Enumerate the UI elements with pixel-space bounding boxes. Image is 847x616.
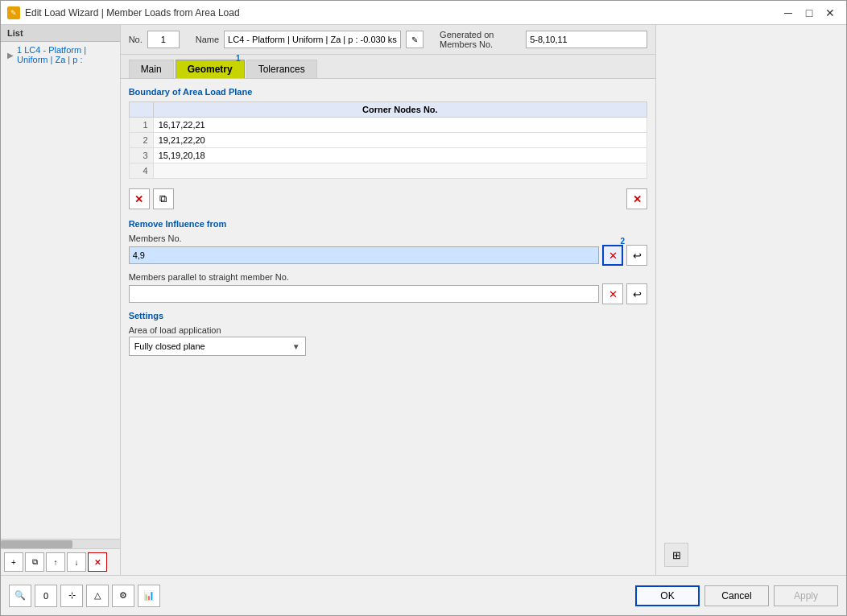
tab-number: 1 bbox=[236, 54, 241, 63]
settings-bottom-btn[interactable]: ⚙ bbox=[112, 585, 134, 607]
left-panel-toolbar: + ⧉ ↑ ↓ ✕ bbox=[1, 548, 120, 575]
tab-main[interactable]: Main bbox=[129, 60, 174, 78]
row2-input[interactable] bbox=[159, 135, 642, 145]
dropdown-row: Fully closed plane ▼ bbox=[129, 337, 647, 356]
table-row: 1 bbox=[129, 118, 647, 133]
tab-main-label: Main bbox=[141, 64, 162, 75]
app-icon: ✎ bbox=[7, 6, 20, 19]
ok-button[interactable]: OK bbox=[635, 585, 700, 606]
row2-no: 2 bbox=[129, 133, 153, 148]
delete-button[interactable]: ✕ bbox=[88, 552, 107, 572]
form-header: No. Name ✎ Generated on Members No. bbox=[121, 25, 655, 55]
row4-value[interactable] bbox=[153, 163, 647, 179]
select-icon: ✕ bbox=[609, 250, 618, 262]
list-item-icon: ▶ bbox=[7, 51, 14, 60]
title-bar-left: ✎ Edit Load Wizard | Member Loads from A… bbox=[7, 6, 240, 19]
row-actions-left: ✕ ⧉ bbox=[129, 188, 174, 209]
node-btn[interactable]: △ bbox=[86, 585, 109, 607]
cancel-button[interactable]: Cancel bbox=[704, 585, 769, 606]
dropdown-arrow-icon: ▼ bbox=[292, 342, 300, 351]
window-title: Edit Load Wizard | Member Loads from Are… bbox=[25, 7, 240, 19]
panel-content: Boundary of Area Load Plane Corner Nodes… bbox=[121, 79, 655, 575]
search-bottom-btn[interactable]: 🔍 bbox=[9, 585, 31, 607]
parallel-input[interactable] bbox=[129, 285, 599, 303]
table-row: 2 bbox=[129, 133, 647, 148]
row1-value[interactable] bbox=[153, 118, 647, 133]
panel-icon: ⊞ bbox=[672, 549, 681, 561]
remove-title: Remove Influence from bbox=[129, 219, 647, 229]
list-header: List bbox=[1, 25, 120, 42]
name-field-group: Name ✎ bbox=[196, 31, 424, 48]
cursor-btn[interactable]: ⊹ bbox=[60, 585, 83, 607]
move-up-button[interactable]: ↑ bbox=[46, 552, 65, 572]
table-row: 3 bbox=[129, 148, 647, 163]
row4-input[interactable] bbox=[159, 166, 642, 176]
right-panel: ⊞ bbox=[656, 25, 846, 575]
duplicate-button[interactable]: ⧉ bbox=[25, 552, 44, 572]
row1-input[interactable] bbox=[159, 120, 642, 130]
right-panel-icon-button[interactable]: ⊞ bbox=[664, 543, 688, 567]
tab-geometry[interactable]: Geometry 1 bbox=[176, 60, 245, 78]
bottom-bar: 🔍 0 ⊹ △ ⚙ 📊 OK Cancel Apply bbox=[1, 575, 846, 615]
no-label: No. bbox=[129, 35, 143, 44]
members-no-label: Members No. bbox=[129, 234, 647, 243]
settings-title: Settings bbox=[129, 311, 647, 320]
main-content: List ▶ 1 LC4 - Platform | Uniform | Za |… bbox=[1, 25, 846, 575]
name-input[interactable] bbox=[224, 31, 401, 48]
generated-field-group: Generated on Members No. bbox=[440, 30, 647, 49]
boundary-table: Corner Nodes No. 1 2 3 bbox=[129, 101, 647, 179]
row1-no: 1 bbox=[129, 118, 153, 133]
zero-btn[interactable]: 0 bbox=[35, 585, 57, 607]
new-button[interactable]: + bbox=[4, 552, 23, 572]
boundary-title: Boundary of Area Load Plane bbox=[129, 87, 647, 97]
row3-input[interactable] bbox=[159, 151, 642, 160]
row2-value[interactable] bbox=[153, 133, 647, 148]
dropdown-value: Fully closed plane bbox=[134, 341, 205, 351]
parallel-select-button[interactable]: ✕ bbox=[602, 283, 623, 304]
clear-button[interactable]: ✕ bbox=[626, 188, 647, 209]
parallel-label: Members parallel to straight member No. bbox=[129, 272, 647, 282]
corner-nodes-header: Corner Nodes No. bbox=[153, 102, 647, 118]
area-dropdown[interactable]: Fully closed plane ▼ bbox=[129, 337, 306, 356]
generated-label: Generated on Members No. bbox=[440, 30, 521, 49]
row4-no: 4 bbox=[129, 163, 153, 179]
graph-btn[interactable]: 📊 bbox=[138, 585, 160, 607]
list-item[interactable]: ▶ 1 LC4 - Platform | Uniform | Za | p : bbox=[1, 42, 120, 68]
parallel-undo-button[interactable]: ↩ bbox=[626, 283, 647, 304]
table-row: 4 bbox=[129, 163, 647, 179]
copy-row-button[interactable]: ⧉ bbox=[153, 188, 174, 209]
move-down-button[interactable]: ↓ bbox=[67, 552, 86, 572]
step-2-number: 2 bbox=[621, 237, 626, 246]
dialog-buttons: OK Cancel Apply bbox=[635, 585, 838, 606]
close-button[interactable]: ✕ bbox=[820, 5, 840, 21]
bottom-toolbar: 🔍 0 ⊹ △ ⚙ 📊 bbox=[9, 585, 160, 607]
minimize-button[interactable]: ─ bbox=[779, 5, 798, 21]
tab-tolerances-label: Tolerances bbox=[258, 64, 305, 75]
name-label: Name bbox=[196, 35, 219, 44]
right-panel-content: ⊞ bbox=[656, 25, 846, 575]
members-select-button[interactable]: 2 ✕ bbox=[602, 245, 623, 266]
left-panel-scrollbar[interactable] bbox=[1, 539, 120, 548]
delete-row-button[interactable]: ✕ bbox=[129, 188, 150, 209]
left-panel: List ▶ 1 LC4 - Platform | Uniform | Za |… bbox=[1, 25, 121, 575]
area-label: Area of load application bbox=[129, 325, 647, 335]
list-item-label: 1 LC4 - Platform | Uniform | Za | p : bbox=[17, 45, 114, 64]
row-actions: ✕ ⧉ ✕ bbox=[129, 185, 647, 213]
generated-input[interactable] bbox=[526, 31, 647, 48]
no-input[interactable] bbox=[147, 31, 180, 48]
row3-no: 3 bbox=[129, 148, 153, 163]
apply-button[interactable]: Apply bbox=[774, 585, 838, 606]
left-panel-spacer bbox=[1, 68, 120, 539]
center-panel: No. Name ✎ Generated on Members No. Main bbox=[121, 25, 656, 575]
row3-value[interactable] bbox=[153, 148, 647, 163]
members-no-input[interactable] bbox=[129, 246, 599, 264]
members-undo-button[interactable]: ↩ bbox=[626, 245, 647, 266]
col-no-header bbox=[129, 102, 153, 118]
title-bar: ✎ Edit Load Wizard | Member Loads from A… bbox=[1, 1, 846, 25]
members-no-row: 2 ✕ ↩ bbox=[129, 245, 647, 266]
edit-name-button[interactable]: ✎ bbox=[406, 31, 424, 48]
parallel-row: ✕ ↩ bbox=[129, 283, 647, 304]
parallel-select-icon: ✕ bbox=[609, 288, 618, 300]
maximize-button[interactable]: □ bbox=[799, 5, 819, 21]
tab-tolerances[interactable]: Tolerances bbox=[246, 60, 317, 78]
